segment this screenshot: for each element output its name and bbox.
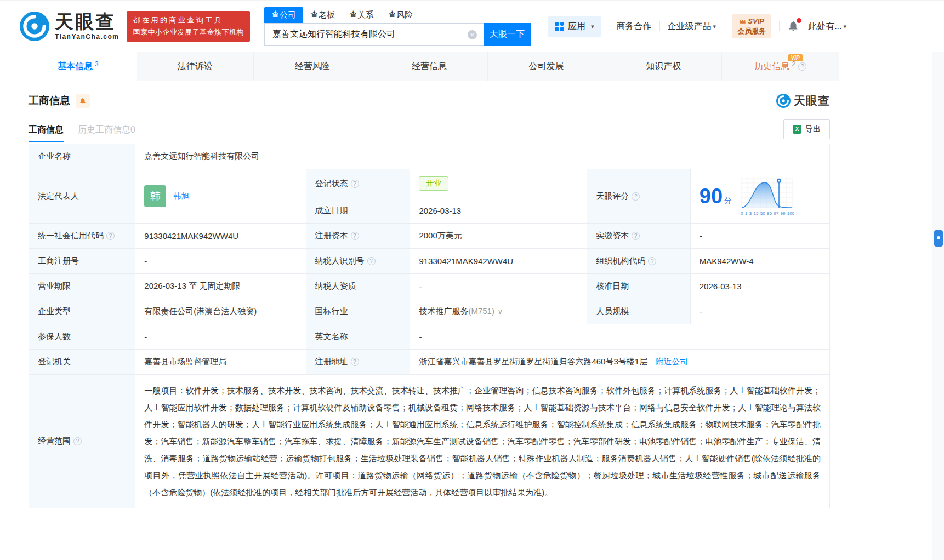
reg-authority-label: 登记机关 <box>29 350 135 375</box>
tab-operating-info[interactable]: 经营信息 <box>371 52 488 81</box>
score-curve-chart <box>741 177 793 209</box>
subtab-history-business-info[interactable]: 历史工商信息0 <box>78 124 135 142</box>
site-header: 天眼查 TianYanCha.com 都在用的商业查询工具 国家中小企业发展子基… <box>0 1 944 52</box>
org-code-label: 组织机构代码 ? <box>587 249 690 274</box>
user-menu[interactable]: 此处有... ▾ <box>808 21 846 32</box>
search-input[interactable] <box>264 23 484 46</box>
reg-address-label: 注册地址 ? <box>306 350 410 375</box>
score-label: 天眼评分 ? <box>587 169 690 224</box>
help-icon[interactable]: ? <box>351 232 359 240</box>
business-scope-text: 一般项目：软件开发；技术服务、技术开发、技术咨询、技术交流、技术转让、技术推广；… <box>135 375 830 508</box>
search-tab-risk[interactable]: 查风险 <box>381 7 420 23</box>
row-legal-rep: 法定代表人 韩 韩旭 登记状态 ? 开业 天眼评分 ? <box>29 169 830 198</box>
nav-divider <box>779 21 780 31</box>
industry-value[interactable]: 技术推广服务(M751)∨ <box>410 299 587 324</box>
help-icon[interactable]: ? <box>351 358 359 366</box>
row-reg-authority: 登记机关 嘉善县市场监督管理局 注册地址 ? 浙江省嘉兴市嘉善县罗星街道罗星街道… <box>29 350 830 375</box>
legal-rep-name-link[interactable]: 韩旭 <box>173 191 189 202</box>
tab-operating-risk[interactable]: 经营风险 <box>253 52 371 81</box>
chevron-down-icon: ▾ <box>843 23 846 30</box>
credit-code-label: 统一社会信用代码 ? <box>29 224 135 249</box>
monitor-bell-button[interactable] <box>76 94 90 108</box>
slogan-badge: 都在用的商业查询工具 国家中小企业发展子基金旗下机构 <box>127 11 250 42</box>
notifications-bell-button[interactable] <box>787 20 800 33</box>
row-insured-count: 参保人数 - 英文名称 - <box>29 324 830 350</box>
apps-menu-button[interactable]: 应用 ▾ <box>548 16 601 37</box>
row-company-name: 企业名称 嘉善文远知行智能科技有限公司 <box>29 144 830 169</box>
nav-business-cooperation[interactable]: 商务合作 <box>617 21 652 32</box>
slogan-line2: 国家中小企业发展子基金旗下机构 <box>133 27 244 37</box>
reg-capital-value: 2000万美元 <box>410 224 587 249</box>
reg-address-value: 浙江省嘉兴市嘉善县罗星街道罗星街道归谷六路460号3号楼1层 附近公司 <box>410 350 830 375</box>
score-value: 90 <box>700 186 723 207</box>
credit-code-value: 91330421MAK942WW4U <box>135 224 306 249</box>
insured-count-value: - <box>135 324 306 350</box>
tab-company-development[interactable]: 公司发展 <box>487 52 605 81</box>
approval-date-label: 核准日期 <box>587 274 690 299</box>
clear-search-icon[interactable]: ✕ <box>468 30 477 39</box>
search-tabs: 查公司 查老板 查关系 查风险 <box>264 7 531 23</box>
search-tab-boss[interactable]: 查老板 <box>303 7 342 23</box>
tab-count: 3 <box>95 60 99 68</box>
apps-menu-label: 应用 <box>568 21 585 32</box>
score-axis-labels: 01 315 5085 9799 100 <box>741 211 794 216</box>
apps-grid-icon <box>555 22 564 31</box>
watermark-text: 天眼查 <box>794 93 830 108</box>
svip-member-button[interactable]: SVIP 会员服务 <box>732 14 771 38</box>
company-type-label: 企业类型 <box>29 299 135 324</box>
business-term-value: 2026-03-13 至 无固定期限 <box>135 274 306 299</box>
bell-icon <box>79 97 87 105</box>
english-name-label: 英文名称 <box>306 324 410 350</box>
tab-basic-info[interactable]: 基本信息3 <box>20 52 137 81</box>
row-credit-code: 统一社会信用代码 ? 91330421MAK942WW4U 注册资本 ? 200… <box>29 224 830 249</box>
nav-divider <box>724 21 724 31</box>
help-icon[interactable]: ? <box>73 437 82 445</box>
help-icon[interactable]: ? <box>632 192 640 201</box>
search-tab-company[interactable]: 查公司 <box>264 7 303 23</box>
search-tab-relation[interactable]: 查关系 <box>342 7 381 23</box>
nav-enterprise-products[interactable]: 企业级产品 ▾ <box>668 21 716 32</box>
side-panel-handle[interactable] <box>934 230 943 247</box>
reg-authority-value: 嘉善县市场监督管理局 <box>135 350 306 375</box>
taxpayer-id-label: 纳税人识别号 ? <box>306 249 410 274</box>
industry-label: 国标行业 <box>306 299 410 324</box>
excel-icon: X <box>793 125 801 134</box>
search-area: 查公司 查老板 查关系 查风险 ✕ 天眼一下 <box>264 7 531 46</box>
reg-capital-label: 注册资本 ? <box>306 224 410 249</box>
reg-number-label: 工商注册号 <box>29 249 135 274</box>
paid-capital-value: - <box>690 224 829 249</box>
row-business-term: 营业期限 2026-03-13 至 无固定期限 纳税人资质 - 核准日期 202… <box>29 274 830 299</box>
business-term-label: 营业期限 <box>29 274 135 299</box>
staff-size-label: 人员规模 <box>587 299 690 324</box>
staff-size-value: - <box>690 299 829 324</box>
legal-rep-avatar[interactable]: 韩 <box>144 185 166 207</box>
nav-divider <box>659 21 660 31</box>
svip-sublabel: 会员服务 <box>737 26 766 36</box>
nav-divider <box>609 21 609 31</box>
logo-title: 天眼查 <box>55 12 119 31</box>
reg-status-label: 登记状态 ? <box>306 169 410 198</box>
export-button[interactable]: X 导出 <box>783 119 830 139</box>
help-icon[interactable]: ? <box>106 232 115 240</box>
user-name: 此处有... <box>808 21 841 32</box>
approval-date-value: 2026-03-13 <box>690 274 829 299</box>
tianyancha-logo[interactable]: 天眼查 TianYanCha.com <box>20 12 119 41</box>
help-icon[interactable]: ? <box>648 257 656 265</box>
business-info-table: 企业名称 嘉善文远知行智能科技有限公司 法定代表人 韩 韩旭 登记状态 ? 开业 <box>29 144 830 508</box>
tab-intellectual-property[interactable]: 知识产权 <box>605 52 722 81</box>
chevron-down-icon: ▾ <box>713 23 716 30</box>
reg-status-value: 开业 <box>410 169 587 198</box>
help-icon[interactable]: ? <box>632 232 640 240</box>
nearby-companies-link[interactable]: 附近公司 <box>655 357 688 366</box>
subtab-business-info[interactable]: 工商信息 <box>29 124 64 142</box>
help-icon[interactable]: ? <box>798 62 806 71</box>
chevron-down-icon[interactable]: ∨ <box>498 308 503 316</box>
tab-legal-lawsuits[interactable]: 法律诉讼 <box>137 52 254 81</box>
company-name-value: 嘉善文远知行智能科技有限公司 <box>135 144 830 169</box>
tab-history-info[interactable]: VIP 历史信息 2 ? <box>721 52 839 81</box>
industry-code: (M751) <box>468 306 494 316</box>
help-icon[interactable]: ? <box>351 180 359 188</box>
search-button[interactable]: 天眼一下 <box>484 23 531 46</box>
help-icon[interactable]: ? <box>367 257 376 265</box>
company-name-label: 企业名称 <box>29 144 135 169</box>
